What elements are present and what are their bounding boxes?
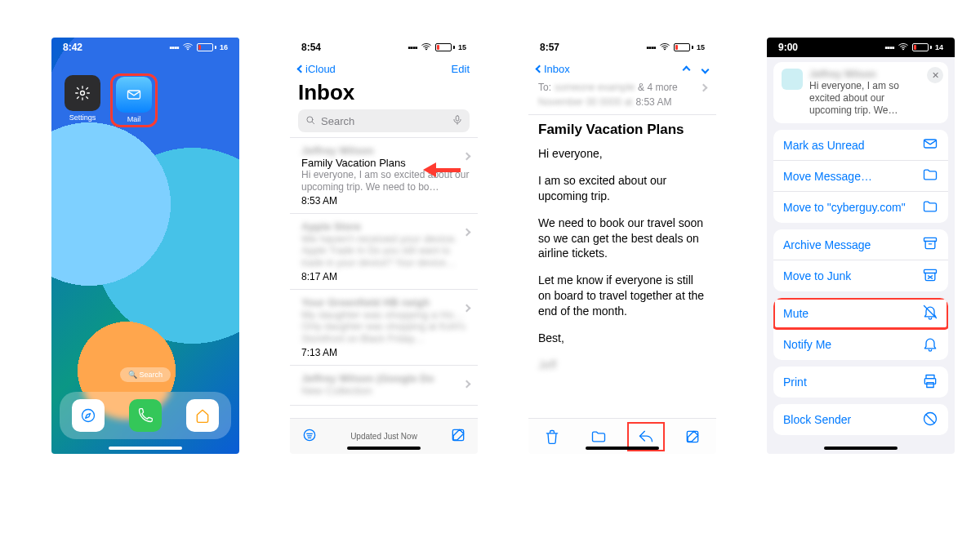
message-sender: Jeffrey Wilson [301,144,470,157]
message-header-to[interactable]: To: someone example & 4 more [528,80,716,95]
sheet-group: MuteNotify Me [773,298,948,360]
battery-percent: 16 [220,43,228,51]
trash-button[interactable] [536,424,568,449]
sheet-item-label: Mute [783,307,808,320]
sheet-item-label: Move to "cyberguy.com" [783,201,906,214]
to-label: To: [538,82,551,93]
message-preview: Apple Trade In Do you still want to trad… [301,245,470,269]
sheet-item-move-to-cyberguy-com[interactable]: Move to "cyberguy.com" [773,192,948,223]
reply-button[interactable] [630,424,662,449]
toolbar-status: Updated Just Now [350,432,417,441]
wifi-icon [182,41,194,54]
message-time: 7:13 AM [301,347,470,358]
sheet-item-label: Move Message… [783,170,872,183]
home-indicator[interactable] [347,447,421,450]
sheet-item-mute[interactable]: Mute [773,298,948,329]
sheet-item-label: Move to Junk [783,269,851,282]
message-time: 8:17 AM [301,271,470,282]
print-icon [922,373,938,392]
sheet-group: Block Sender [773,404,948,435]
svg-rect-13 [924,238,937,241]
back-button[interactable]: iCloud [298,63,336,75]
bell-icon [922,335,938,354]
sheet-item-archive-message[interactable]: Archive Message [773,229,948,260]
settings-app[interactable]: Settings [65,75,100,126]
wifi-icon [659,41,670,54]
bell-slash-icon [922,304,938,322]
home-app[interactable] [186,399,219,432]
search-icon [305,114,316,128]
chevron-right-icon [464,377,470,389]
sheet-item-move-message[interactable]: Move Message… [773,161,948,192]
list-item[interactable]: Apple StoreWe haven't received your devi… [290,214,478,290]
back-label: Inbox [544,63,570,75]
screenshot-action-sheet: 9:00 ▪▪▪▪ 14 Jeffrey Wilson Hi everyone,… [767,38,955,454]
edit-button[interactable]: Edit [452,63,470,75]
battery-percent: 15 [697,43,705,51]
sheet-item-mark-as-unread[interactable]: Mark as Unread [773,130,948,161]
sheet-message-preview[interactable]: Jeffrey Wilson Hi everyone, I am so exci… [773,62,948,123]
battery-icon: 14 [912,43,943,51]
compose-button[interactable] [450,427,466,446]
message-time: 8:53 AM [301,195,470,207]
svg-point-11 [902,49,903,50]
move-button[interactable] [582,424,615,449]
chevron-left-icon [536,64,544,73]
message-preview: Only daughter was shopping at Kohl's Sto… [301,321,470,345]
list-item[interactable]: Your Greenfield HB neighMy daughter was … [290,290,478,366]
mail-label: Mail [127,115,141,123]
battery-percent: 15 [458,43,466,51]
screenshot-home: 8:42 ▪▪▪▪ 16 Settings [51,38,239,454]
sheet-item-move-to-junk[interactable]: Move to Junk [773,260,948,291]
svg-point-7 [304,429,314,440]
block-icon [922,411,938,429]
message-date: 8:53 AM [635,96,671,108]
message-body: Family Vacation Plans Hi everyone,I am s… [528,122,716,373]
close-button[interactable]: ✕ [927,67,943,83]
signal-icon: ▪▪▪▪ [646,42,656,52]
sheet-item-block-sender[interactable]: Block Sender [773,404,948,435]
search-icon: 🔍 [128,371,137,379]
chevron-right-icon [464,149,470,162]
status-bar: 8:54 ▪▪▪▪ 15 [290,38,478,57]
back-button[interactable]: Inbox [537,63,570,75]
battery-icon: 15 [435,43,466,51]
gear-icon [65,75,100,111]
safari-app[interactable] [72,399,105,432]
preview-sender: Jeffrey Wilson [809,69,924,80]
search-input[interactable]: Search [298,109,470,132]
search-placeholder: Search [321,115,447,127]
compose-button[interactable] [676,424,709,449]
home-indicator[interactable] [586,447,659,450]
next-message-button[interactable] [702,63,708,75]
message-paragraph: Hi everyone, [538,146,706,162]
sheet-item-label: Block Sender [783,413,851,426]
list-item[interactable]: Jeffrey WilsonFamily Vacation PlansHi ev… [290,138,478,214]
sheet-item-label: Print [783,375,807,389]
signal-icon: ▪▪▪▪ [884,42,894,52]
dock [60,392,231,439]
filter-button[interactable] [301,427,318,446]
signal-icon: ▪▪▪▪ [408,42,417,52]
close-icon: ✕ [932,70,939,81]
sheet-item-notify-me[interactable]: Notify Me [773,329,948,360]
list-item[interactable]: Jeffrey Wilson (Google DoNew Collection [290,366,478,406]
svg-point-4 [425,49,426,50]
chevron-up-icon [683,65,691,73]
folder-icon [922,198,938,217]
prev-message-button[interactable] [684,63,689,75]
home-indicator[interactable] [109,447,182,450]
status-bar: 8:57 ▪▪▪▪ 15 [528,38,716,57]
status-time: 8:57 [540,42,559,53]
phone-app[interactable] [129,399,162,432]
sheet-group: Print [773,367,948,398]
recipient-redacted: someone example [555,82,635,93]
mail-app[interactable]: Mail [112,75,156,126]
sheet-item-print[interactable]: Print [773,367,948,398]
mic-icon[interactable] [452,114,463,128]
message-list: Jeffrey WilsonFamily Vacation PlansHi ev… [290,137,478,406]
home-indicator[interactable] [824,447,898,450]
status-bar: 9:00 ▪▪▪▪ 14 [767,38,955,57]
message-paragraph: We need to book our travel soon so we ca… [538,216,706,262]
home-search-pill[interactable]: 🔍 Search [120,367,171,382]
